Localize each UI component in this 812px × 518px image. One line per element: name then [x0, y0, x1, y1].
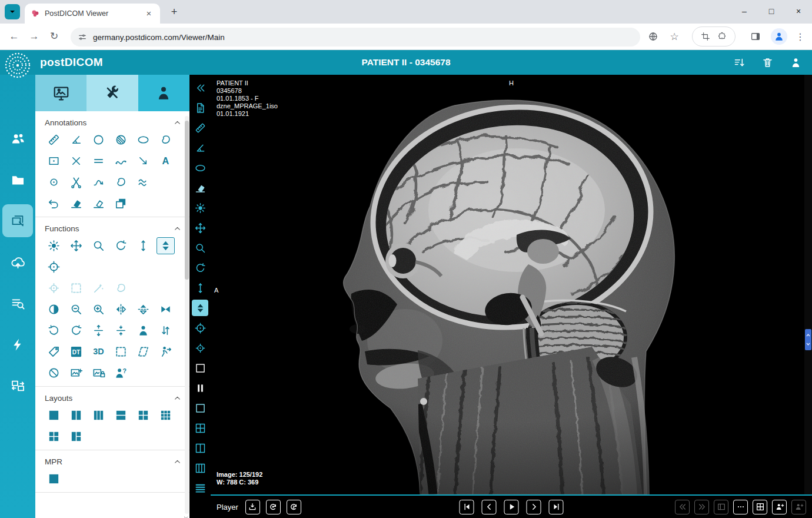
- tag-button[interactable]: [45, 343, 63, 360]
- probe-button[interactable]: [45, 280, 63, 297]
- localizer-button[interactable]: [192, 320, 208, 336]
- active-layout-button[interactable]: [192, 400, 208, 416]
- extensions-puzzle-icon[interactable]: [717, 32, 727, 41]
- scroll-stack-button[interactable]: [192, 280, 208, 296]
- collapse-chevron-icon[interactable]: [174, 225, 181, 233]
- delete-annotation-button[interactable]: [67, 195, 85, 212]
- mri-sagittal-image[interactable]: [211, 75, 812, 494]
- mpr-layout-button[interactable]: [45, 470, 63, 487]
- measure-length-button[interactable]: [45, 131, 63, 148]
- window-maximize-button[interactable]: □: [758, 0, 785, 24]
- stack-scrollbar[interactable]: [804, 75, 812, 494]
- new-tab-button[interactable]: +: [167, 5, 181, 19]
- ellipse-roi-button[interactable]: [192, 160, 208, 176]
- measure-length-button[interactable]: [192, 119, 208, 136]
- next-image-button[interactable]: [527, 500, 541, 514]
- translate-button[interactable]: [646, 29, 660, 44]
- layout-columns-button[interactable]: [192, 460, 208, 476]
- rectangle-roi-button[interactable]: [45, 152, 63, 170]
- functions-section-header[interactable]: Functions: [45, 224, 181, 233]
- disable-overlay-button[interactable]: [45, 364, 63, 381]
- layout-2x1-button[interactable]: [112, 407, 130, 424]
- rotate-ccw-button[interactable]: [45, 322, 63, 339]
- zoom-button[interactable]: [89, 237, 108, 254]
- zoom-button[interactable]: [192, 240, 208, 256]
- dicom-tags-button[interactable]: [67, 343, 85, 360]
- shaded-ellipse-button[interactable]: [112, 131, 130, 148]
- stack-filter-button[interactable]: [192, 300, 208, 316]
- side-panel-button[interactable]: [748, 29, 763, 44]
- text-annotation-button[interactable]: [157, 152, 175, 170]
- annotations-section-header[interactable]: Annotations: [45, 118, 181, 127]
- delete-all-annotations-button[interactable]: [89, 195, 108, 212]
- collapse-chevron-icon[interactable]: [174, 119, 181, 127]
- point-marker-button[interactable]: [45, 174, 63, 191]
- screenshot-crop-icon[interactable]: [701, 32, 710, 41]
- quick-access-button[interactable]: [0, 328, 35, 361]
- delete-study-button[interactable]: [759, 54, 776, 71]
- series-tab-button[interactable]: [35, 75, 86, 111]
- first-image-button[interactable]: [460, 500, 474, 514]
- rectangle-roi-button[interactable]: [192, 360, 208, 376]
- arrow-annotation-button[interactable]: [134, 152, 152, 170]
- window-level-button[interactable]: [45, 237, 63, 254]
- layout-split-button[interactable]: [192, 440, 208, 456]
- collapse-toolbar-button[interactable]: [192, 79, 208, 96]
- layout-grid-button[interactable]: [192, 420, 208, 436]
- crop-area-button[interactable]: [112, 343, 130, 360]
- circle-roi-button[interactable]: [89, 131, 108, 148]
- curve-arrow-button[interactable]: [89, 174, 108, 191]
- postdicom-logo-icon[interactable]: [4, 52, 31, 79]
- volume-3d-button[interactable]: [89, 343, 108, 360]
- freehand-select-button[interactable]: [112, 280, 130, 297]
- magic-wand-button[interactable]: [89, 280, 108, 297]
- upload-images-button[interactable]: [0, 245, 35, 278]
- more-options-button[interactable]: [733, 500, 748, 514]
- last-image-button[interactable]: [549, 500, 564, 514]
- layout-rows-button[interactable]: [192, 480, 208, 496]
- cross-marker-button[interactable]: [67, 152, 85, 170]
- reload-button[interactable]: ↻: [46, 28, 62, 45]
- layout-1x1-button[interactable]: [45, 407, 63, 424]
- layout-2x2-alt-button[interactable]: [45, 428, 63, 445]
- layout-1x2-button[interactable]: [67, 407, 85, 424]
- pause-cine-button[interactable]: [192, 380, 208, 396]
- scroll-stack-button[interactable]: [134, 237, 152, 254]
- viewport-grid-button[interactable]: [753, 500, 767, 514]
- layout-1-plus-2-button[interactable]: [67, 428, 85, 445]
- previous-series-button[interactable]: [675, 500, 690, 514]
- compress-vertical-button[interactable]: [112, 322, 130, 339]
- window-minimize-button[interactable]: –: [731, 0, 758, 24]
- rotate-cw-button[interactable]: [67, 322, 85, 339]
- play-cine-button[interactable]: [504, 500, 519, 514]
- viewport[interactable]: PATIENT II 0345678 01.01.1853 - F dzne_M…: [211, 75, 812, 496]
- site-settings-icon[interactable]: [78, 32, 87, 42]
- layout-1x3-button[interactable]: [89, 407, 108, 424]
- open-angle-button[interactable]: [67, 174, 85, 191]
- stack-filter-button[interactable]: [157, 237, 175, 254]
- perspective-button[interactable]: [134, 343, 152, 360]
- previous-image-button[interactable]: [482, 500, 497, 514]
- delete-annotation-button[interactable]: [192, 180, 208, 196]
- transpose-button[interactable]: [157, 301, 175, 318]
- patient-info-tab-button[interactable]: [138, 75, 189, 111]
- folders-button[interactable]: [0, 163, 35, 196]
- account-button[interactable]: [787, 54, 804, 71]
- browser-profile-avatar[interactable]: [771, 28, 787, 45]
- share-study-button[interactable]: [772, 500, 787, 514]
- reset-view-button[interactable]: [45, 258, 63, 275]
- tab-close-button[interactable]: ×: [144, 8, 154, 19]
- patient-orientation-button[interactable]: [134, 322, 152, 339]
- select-area-button[interactable]: [67, 280, 85, 297]
- window-close-button[interactable]: ×: [785, 0, 812, 24]
- measure-angle-button[interactable]: [67, 131, 85, 148]
- anonymize-patient-button[interactable]: [112, 364, 130, 381]
- browser-tab[interactable]: PostDICOM Viewer ×: [25, 4, 160, 24]
- undo-annotation-button[interactable]: [45, 195, 63, 212]
- flip-horizontal-button[interactable]: [112, 301, 130, 318]
- copy-annotations-button[interactable]: [112, 195, 130, 212]
- add-image-button[interactable]: [67, 364, 85, 381]
- export-series-button[interactable]: [157, 343, 175, 360]
- sort-studies-button[interactable]: [731, 54, 747, 71]
- report-button[interactable]: [192, 99, 208, 116]
